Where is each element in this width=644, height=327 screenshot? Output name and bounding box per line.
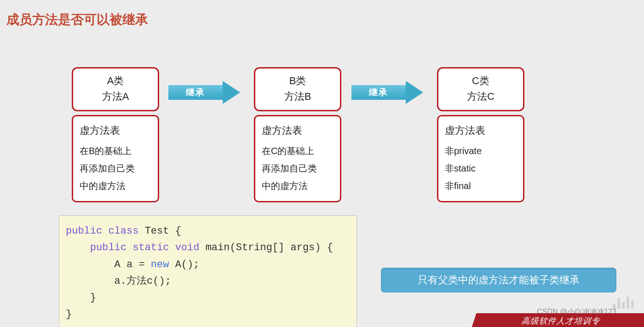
vtable-line-a2: 再添加自己类 [80, 160, 151, 177]
ribbon-text: 高级软件人才培训专 [520, 316, 603, 327]
class-head-c: C类 方法C [437, 67, 524, 111]
code-text: } [66, 309, 72, 320]
vtable-box-c: 虚方法表 非private 非static 非final [437, 115, 524, 202]
vtable-title-c: 虚方法表 [445, 121, 517, 140]
class-box-a: A类 方法A 虚方法表 在B的基础上 再添加自己类 中的虚方法 [72, 67, 159, 202]
code-text: A(); [169, 259, 199, 270]
callout-text: 只有父类中的虚方法才能被子类继承 [418, 273, 580, 287]
vtable-line-b3: 中的虚方法 [262, 177, 334, 195]
vtable-line-b1: 在C的基础上 [262, 142, 334, 160]
class-box-b: B类 方法B 虚方法表 在C的基础上 再添加自己类 中的虚方法 [254, 67, 341, 202]
code-text: A a = [66, 259, 151, 270]
code-text: } [66, 292, 96, 304]
class-box-c: C类 方法C 虚方法表 非private 非static 非final [437, 67, 524, 202]
footer-ribbon: 高级软件人才培训专 [471, 313, 644, 327]
class-name-c: C类 [438, 73, 523, 89]
vtable-line-a3: 中的虚方法 [80, 177, 151, 195]
class-head-b: B类 方法B [254, 67, 341, 111]
inherit-arrow-icon: 继承 [168, 81, 243, 104]
class-name-b: B类 [255, 73, 340, 89]
code-text: main(String[] args) { [199, 242, 333, 253]
class-method-b: 方法B [255, 89, 340, 104]
code-keyword: public [66, 242, 126, 253]
code-text: a.方法c(); [66, 275, 171, 287]
class-method-a: 方法A [73, 89, 158, 104]
code-block: public class Test { public static void m… [59, 215, 357, 327]
code-keyword: class [102, 225, 138, 237]
arrow-head-icon [223, 81, 240, 104]
vtable-line-b2: 再添加自己类 [262, 160, 334, 177]
arrow-label: 继承 [168, 85, 223, 100]
arrow-head-icon [406, 81, 423, 104]
code-keyword: static [126, 242, 169, 253]
vtable-line-c3: 非final [445, 177, 517, 195]
class-head-a: A类 方法A [72, 67, 159, 111]
vtable-line-c1: 非private [445, 142, 517, 160]
vtable-line-c2: 非static [445, 160, 517, 177]
code-keyword: public [66, 225, 102, 237]
arrow-label: 继承 [351, 85, 406, 100]
code-keyword: new [151, 259, 169, 270]
code-keyword: void [169, 242, 199, 253]
inherit-arrow-icon: 继承 [351, 81, 426, 104]
class-name-a: A类 [73, 73, 158, 89]
code-text: Test { [138, 225, 181, 237]
vtable-line-a1: 在B的基础上 [80, 142, 151, 160]
class-method-c: 方法C [438, 89, 523, 104]
vtable-title-b: 虚方法表 [262, 121, 334, 140]
vtable-box-a: 虚方法表 在B的基础上 再添加自己类 中的虚方法 [72, 115, 159, 202]
callout-box: 只有父类中的虚方法才能被子类继承 [381, 268, 616, 293]
page-title: 成员方法是否可以被继承 [6, 11, 148, 29]
vtable-box-b: 虚方法表 在C的基础上 再添加自己类 中的虚方法 [254, 115, 341, 202]
vtable-title-a: 虚方法表 [80, 121, 151, 140]
